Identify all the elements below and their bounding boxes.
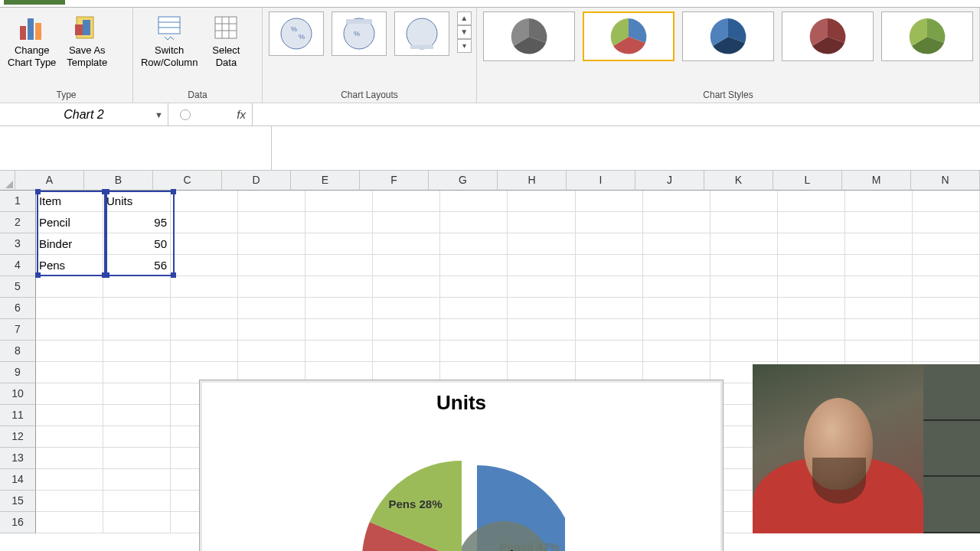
cell[interactable] <box>508 298 575 319</box>
cell[interactable] <box>171 276 238 298</box>
cell[interactable] <box>576 233 643 255</box>
row-header[interactable]: 7 <box>0 319 36 341</box>
fx-button[interactable]: fx <box>168 103 253 126</box>
cell[interactable] <box>778 255 845 276</box>
cell[interactable] <box>103 362 171 383</box>
cell[interactable] <box>171 319 238 341</box>
cell[interactable] <box>305 341 373 362</box>
cell[interactable] <box>103 426 171 448</box>
cell[interactable] <box>710 319 778 341</box>
cell[interactable] <box>576 319 643 341</box>
cell[interactable] <box>845 298 913 319</box>
cell[interactable] <box>643 319 710 341</box>
cell[interactable] <box>238 276 305 298</box>
cell[interactable] <box>710 255 778 276</box>
cell[interactable] <box>643 233 710 255</box>
select-data-button[interactable]: Select Data <box>205 9 247 68</box>
row-header[interactable]: 14 <box>0 469 36 491</box>
cell[interactable] <box>643 212 710 233</box>
cell[interactable] <box>171 298 238 319</box>
cell[interactable] <box>576 276 643 298</box>
cell[interactable] <box>373 298 440 319</box>
chart-layout-option[interactable]: %% <box>269 11 324 56</box>
row-header[interactable]: 9 <box>0 362 36 383</box>
cell[interactable] <box>305 276 373 298</box>
column-header[interactable]: D <box>222 171 291 191</box>
cell[interactable] <box>710 298 778 319</box>
cell[interactable] <box>440 341 508 362</box>
column-header[interactable]: G <box>429 171 498 191</box>
cell[interactable] <box>913 255 980 276</box>
cell[interactable] <box>778 233 845 255</box>
cell[interactable] <box>238 341 305 362</box>
cell[interactable] <box>36 276 103 298</box>
cell[interactable] <box>643 341 710 362</box>
cell[interactable] <box>710 276 778 298</box>
cell[interactable] <box>576 255 643 276</box>
chart-style-option[interactable] <box>682 11 774 61</box>
cell[interactable] <box>710 341 778 362</box>
cell[interactable] <box>36 298 103 319</box>
cell[interactable]: Binder <box>36 233 103 255</box>
cell[interactable] <box>440 276 508 298</box>
chart-layout-option[interactable] <box>394 11 449 56</box>
chart-style-option[interactable] <box>583 11 675 61</box>
cell[interactable] <box>913 341 980 362</box>
row-header[interactable]: 8 <box>0 341 36 362</box>
cell[interactable] <box>576 212 643 233</box>
cell[interactable] <box>576 341 643 362</box>
row-header[interactable]: 3 <box>0 233 36 255</box>
column-header[interactable]: H <box>498 171 567 191</box>
switch-row-column-button[interactable]: Switch Row/Column <box>138 9 201 68</box>
cell[interactable] <box>845 255 913 276</box>
chart-style-option[interactable] <box>782 11 874 61</box>
name-box[interactable]: Chart 2▼ <box>0 103 168 126</box>
gallery-down-icon[interactable]: ▼ <box>457 25 472 39</box>
cell[interactable] <box>373 255 440 276</box>
gallery-up-icon[interactable]: ▲ <box>457 11 472 25</box>
cell[interactable] <box>440 212 508 233</box>
cell[interactable] <box>440 191 508 212</box>
cell[interactable] <box>845 341 913 362</box>
chart-title[interactable]: Units <box>200 391 723 415</box>
cell[interactable] <box>576 298 643 319</box>
cell[interactable] <box>305 233 373 255</box>
cell[interactable] <box>845 191 913 212</box>
cell[interactable] <box>238 298 305 319</box>
cell[interactable] <box>508 191 575 212</box>
cell[interactable] <box>778 276 845 298</box>
chart-object[interactable]: Units Pens 28% Binder 25% Pencil 47% ✥↖ <box>199 380 724 551</box>
cell[interactable] <box>710 233 778 255</box>
chart-layout-option[interactable]: % <box>332 11 387 56</box>
gallery-more-icon[interactable]: ▾ <box>457 39 472 53</box>
cell[interactable] <box>508 212 575 233</box>
column-header[interactable]: A <box>15 171 84 191</box>
cell[interactable] <box>103 341 171 362</box>
cell[interactable] <box>171 341 238 362</box>
row-header[interactable]: 16 <box>0 512 36 533</box>
cell[interactable] <box>710 212 778 233</box>
cell[interactable] <box>576 191 643 212</box>
cell[interactable] <box>305 212 373 233</box>
cell[interactable]: Pencil <box>36 212 103 233</box>
save-as-template-button[interactable]: Save As Template <box>64 9 110 68</box>
cell[interactable] <box>36 319 103 341</box>
cell[interactable]: Pens <box>36 255 103 276</box>
cell[interactable] <box>508 233 575 255</box>
cell[interactable] <box>103 298 171 319</box>
cell[interactable] <box>778 298 845 319</box>
cell[interactable] <box>238 255 305 276</box>
cell[interactable] <box>103 491 171 512</box>
cell[interactable] <box>36 362 103 383</box>
cell[interactable] <box>373 341 440 362</box>
row-header[interactable]: 13 <box>0 448 36 469</box>
cell[interactable] <box>103 405 171 426</box>
column-header[interactable]: C <box>153 171 222 191</box>
cell[interactable] <box>845 233 913 255</box>
cell[interactable] <box>103 319 171 341</box>
change-chart-type-button[interactable]: Change Chart Type <box>5 9 59 68</box>
cell[interactable] <box>305 255 373 276</box>
cell[interactable]: Item <box>36 191 103 212</box>
cell[interactable] <box>778 319 845 341</box>
cell[interactable] <box>508 319 575 341</box>
